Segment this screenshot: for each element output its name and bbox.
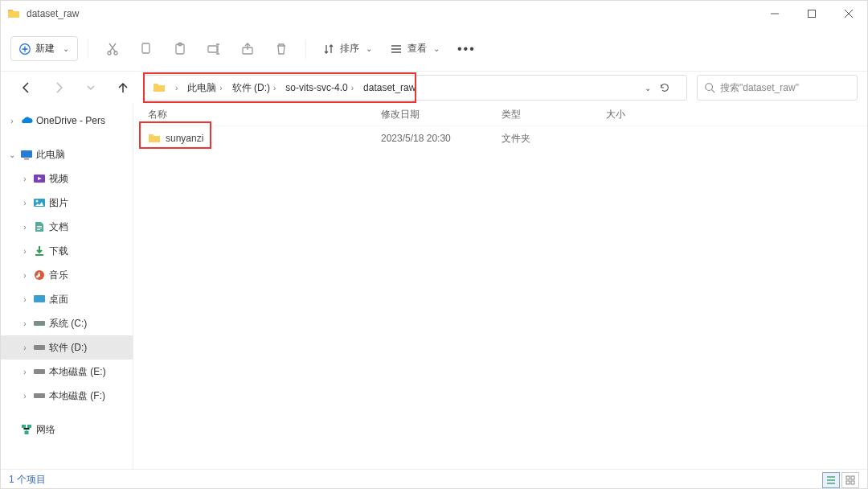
svg-rect-15 (35, 254, 43, 256)
sidebar-item-this-pc[interactable]: ⌄ 此电脑 (1, 142, 133, 166)
cut-button[interactable] (98, 35, 127, 64)
sidebar-item-drive-c[interactable]: › 系统 (C:) (1, 311, 133, 335)
svg-rect-23 (22, 425, 26, 428)
sidebar-item-pictures[interactable]: › 图片 (1, 191, 133, 215)
file-type: 文件夹 (487, 132, 592, 146)
separator (88, 39, 88, 59)
svg-rect-17 (34, 295, 45, 302)
network-icon (20, 423, 33, 436)
svg-rect-19 (35, 324, 44, 326)
svg-rect-0 (809, 10, 816, 18)
refresh-button[interactable] (659, 82, 682, 93)
sidebar-item-drive-d[interactable]: › 软件 (D:) (1, 335, 133, 360)
address-dropdown[interactable]: ⌄ (637, 84, 659, 92)
breadcrumb[interactable]: so-vits-svc-4.0› (282, 82, 360, 93)
view-button[interactable]: 查看 ⌄ (383, 37, 446, 60)
chevron-right-icon: › (20, 175, 30, 183)
paste-button[interactable] (166, 35, 194, 64)
view-label: 查看 (407, 42, 427, 55)
window-controls (756, 1, 867, 27)
forward-button[interactable] (47, 76, 70, 99)
svg-rect-29 (851, 481, 854, 484)
breadcrumb[interactable]: 软件 (D:)› (229, 81, 283, 95)
recent-dropdown[interactable] (80, 76, 102, 99)
svg-rect-4 (142, 43, 149, 53)
file-row[interactable]: sunyanzi 2023/5/18 20:30 文件夹 (133, 126, 867, 150)
chevron-down-icon: ⌄ (366, 44, 372, 53)
folder-icon (148, 132, 161, 145)
onedrive-icon (20, 114, 33, 127)
breadcrumb-sep: › (169, 84, 184, 92)
column-name[interactable]: 名称 (133, 108, 366, 121)
sort-button[interactable]: 排序 ⌄ (316, 37, 379, 60)
column-date[interactable]: 修改日期 (366, 108, 487, 121)
sidebar-item-downloads[interactable]: › 下载 (1, 239, 133, 263)
pc-icon (20, 148, 33, 161)
svg-rect-10 (21, 150, 32, 158)
minimize-button[interactable] (756, 1, 793, 27)
downloads-icon (33, 244, 46, 257)
file-name: sunyanzi (166, 133, 203, 144)
new-button[interactable]: 新建 ⌄ (10, 36, 78, 61)
folder-icon (7, 7, 20, 20)
desktop-icon (33, 293, 46, 306)
chevron-down-icon: ⌄ (63, 44, 69, 53)
chevron-right-icon: › (20, 368, 30, 376)
svg-point-2 (108, 51, 111, 55)
svg-point-14 (36, 200, 39, 203)
copy-button[interactable] (132, 35, 161, 64)
window-title: dataset_raw (27, 8, 756, 19)
search-input[interactable] (720, 82, 850, 93)
chevron-right-icon: › (7, 117, 17, 125)
breadcrumb[interactable]: dataset_raw (360, 82, 419, 93)
back-button[interactable] (15, 76, 38, 99)
chevron-right-icon: › (20, 223, 30, 232)
thumbnails-view-button[interactable] (841, 472, 859, 488)
folder-icon (153, 81, 166, 94)
breadcrumb[interactable]: 此电脑› (184, 81, 228, 95)
sidebar-item-music[interactable]: › 音乐 (1, 263, 133, 287)
close-button[interactable] (830, 1, 867, 27)
details-view-button[interactable] (822, 472, 840, 488)
sidebar-item-network[interactable]: › 网络 (1, 417, 133, 442)
plus-icon (19, 43, 31, 55)
svg-rect-28 (846, 481, 850, 484)
address-bar[interactable]: › 此电脑› 软件 (D:)› so-vits-svc-4.0› dataset… (144, 75, 687, 101)
sidebar-item-drive-f[interactable]: › 本地磁盘 (F:) (1, 384, 133, 408)
sidebar-item-desktop[interactable]: › 桌面 (1, 287, 133, 311)
svg-rect-25 (25, 431, 29, 434)
titlebar: dataset_raw (1, 1, 867, 27)
chevron-right-icon: › (20, 199, 30, 208)
sidebar-item-videos[interactable]: › 视频 (1, 166, 133, 191)
view-icon (390, 43, 403, 55)
sidebar-item-onedrive[interactable]: › OneDrive - Pers (1, 109, 133, 133)
sidebar-item-documents[interactable]: › 文档 (1, 215, 133, 239)
videos-icon (33, 172, 46, 185)
delete-button[interactable] (267, 35, 296, 64)
chevron-right-icon: › (20, 319, 30, 328)
search-box[interactable] (697, 75, 858, 101)
column-type[interactable]: 类型 (487, 108, 592, 121)
share-button[interactable] (233, 35, 262, 64)
chevron-right-icon: › (20, 271, 30, 280)
item-count: 1 个项目 (9, 473, 46, 487)
sort-icon (322, 43, 335, 55)
maximize-button[interactable] (793, 1, 830, 27)
up-button[interactable] (112, 76, 134, 99)
rename-button[interactable] (199, 35, 228, 64)
more-button[interactable]: ••• (451, 37, 482, 61)
new-label: 新建 (35, 42, 55, 55)
chevron-down-icon: ⌄ (433, 44, 440, 53)
drive-icon (33, 389, 46, 402)
music-icon (33, 269, 46, 281)
main: › OneDrive - Pers ⌄ 此电脑 › 视频 › 图片 › 文档 › (1, 104, 867, 469)
sidebar-item-drive-e[interactable]: › 本地磁盘 (E:) (1, 360, 133, 384)
column-size[interactable]: 大小 (592, 108, 672, 121)
drive-icon (33, 317, 46, 330)
chevron-right-icon: › (20, 392, 30, 401)
svg-rect-24 (27, 425, 31, 428)
address-row: › 此电脑› 软件 (D:)› so-vits-svc-4.0› dataset… (1, 72, 867, 104)
svg-rect-27 (851, 476, 854, 479)
svg-rect-22 (34, 393, 45, 398)
documents-icon (33, 220, 46, 233)
